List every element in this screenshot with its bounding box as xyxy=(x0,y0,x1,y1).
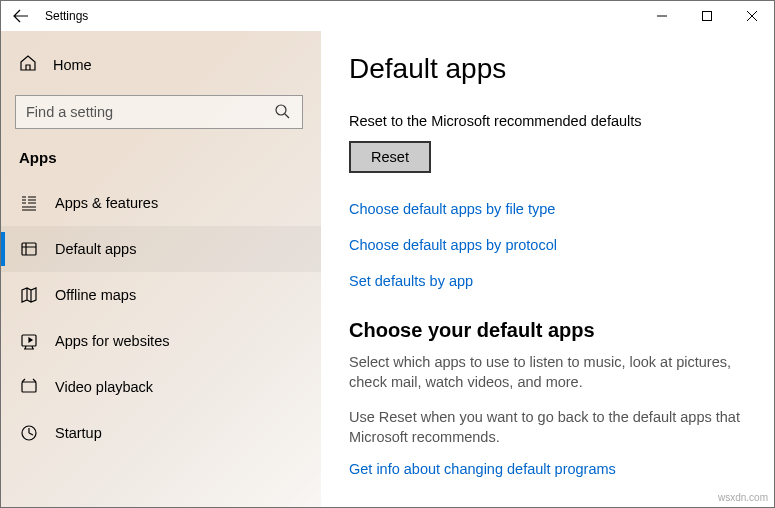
nav-label: Startup xyxy=(55,425,102,441)
nav-apps-for-websites[interactable]: Apps for websites xyxy=(1,318,321,364)
settings-window: Settings Home xyxy=(0,0,775,508)
search-box[interactable] xyxy=(15,95,303,129)
reset-caption: Reset to the Microsoft recommended defau… xyxy=(349,113,748,129)
maximize-button[interactable] xyxy=(684,1,729,31)
nav-label: Apps for websites xyxy=(55,333,169,349)
nav-video-playback[interactable]: Video playback xyxy=(1,364,321,410)
nav-label: Video playback xyxy=(55,379,153,395)
window-title: Settings xyxy=(45,9,88,23)
reset-button[interactable]: Reset xyxy=(349,141,431,173)
description-1: Select which apps to use to listen to mu… xyxy=(349,352,748,393)
close-icon xyxy=(747,11,757,21)
link-by-protocol[interactable]: Choose default apps by protocol xyxy=(349,237,748,253)
link-by-filetype[interactable]: Choose default apps by file type xyxy=(349,201,748,217)
search-icon xyxy=(274,103,292,121)
close-button[interactable] xyxy=(729,1,774,31)
page-title: Default apps xyxy=(349,53,748,85)
maximize-icon xyxy=(702,11,712,21)
nav-label: Offline maps xyxy=(55,287,136,303)
apps-websites-icon xyxy=(19,331,39,351)
home-label: Home xyxy=(53,57,92,73)
back-button[interactable] xyxy=(11,6,31,26)
section-heading: Apps xyxy=(1,145,321,180)
minimize-button[interactable] xyxy=(639,1,684,31)
home-icon xyxy=(19,54,37,76)
main-panel: Default apps Reset to the Microsoft reco… xyxy=(321,31,774,507)
search-input[interactable] xyxy=(26,104,274,120)
svg-rect-2 xyxy=(22,243,36,255)
nav-label: Apps & features xyxy=(55,195,158,211)
default-apps-icon xyxy=(19,239,39,259)
video-playback-icon xyxy=(19,377,39,397)
link-by-app[interactable]: Set defaults by app xyxy=(349,273,748,289)
offline-maps-icon xyxy=(19,285,39,305)
nav-label: Default apps xyxy=(55,241,136,257)
description-2: Use Reset when you want to go back to th… xyxy=(349,407,748,448)
apps-features-icon xyxy=(19,193,39,213)
home-nav[interactable]: Home xyxy=(1,45,321,85)
svg-rect-4 xyxy=(22,382,36,392)
titlebar: Settings xyxy=(1,1,774,31)
watermark: wsxdn.com xyxy=(718,492,768,503)
link-more-info[interactable]: Get info about changing default programs xyxy=(349,461,748,477)
nav-list: Apps & features Default apps Offline map… xyxy=(1,180,321,456)
section-subtitle: Choose your default apps xyxy=(349,319,748,342)
nav-startup[interactable]: Startup xyxy=(1,410,321,456)
nav-apps-features[interactable]: Apps & features xyxy=(1,180,321,226)
svg-rect-0 xyxy=(702,12,711,21)
nav-default-apps[interactable]: Default apps xyxy=(1,226,321,272)
nav-offline-maps[interactable]: Offline maps xyxy=(1,272,321,318)
startup-icon xyxy=(19,423,39,443)
svg-point-1 xyxy=(276,105,286,115)
sidebar: Home Apps Ap xyxy=(1,31,321,507)
back-arrow-icon xyxy=(13,8,29,24)
minimize-icon xyxy=(657,11,667,21)
